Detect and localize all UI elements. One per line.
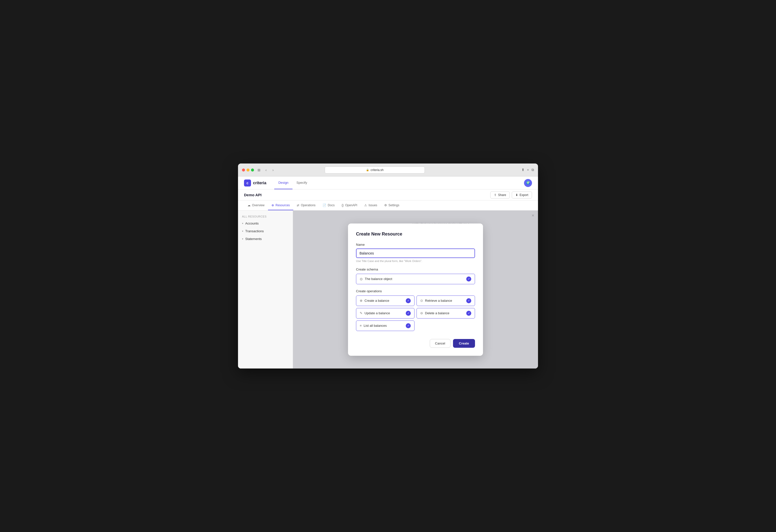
modal-footer: Cancel Create: [356, 339, 475, 348]
tab-issues[interactable]: ⚠ Issues: [361, 200, 381, 210]
tab-design[interactable]: Design: [274, 177, 292, 189]
update-op-icon: ✎: [360, 311, 363, 315]
delete-op-icon: ⊖: [420, 311, 423, 315]
logo-area: c criteria: [244, 179, 266, 186]
retrieve-op-check: ✓: [466, 298, 471, 303]
nav-right: 🌍: [524, 179, 532, 187]
op-list[interactable]: ≡ List all balances ✓: [356, 321, 414, 331]
schema-icon: ⊙: [360, 277, 363, 281]
traffic-lights: [242, 169, 254, 172]
app-content: c criteria Design Specify 🌍 Demo API ⇧: [238, 177, 538, 368]
schema-option[interactable]: ⊙ The balance object ✓: [356, 274, 475, 284]
tab-openapi[interactable]: {} OpenAPI: [338, 200, 361, 210]
tabs-icon[interactable]: ⧉: [532, 168, 534, 172]
list-op-label: List all balances: [364, 324, 387, 328]
top-nav: c criteria Design Specify 🌍: [238, 177, 538, 189]
lock-icon: 🔒: [366, 169, 369, 171]
op-retrieve[interactable]: ⊙ Retrieve a balance ✓: [416, 296, 475, 306]
maximize-button[interactable]: [251, 169, 254, 172]
minimize-button[interactable]: [246, 169, 249, 172]
page-title: Demo API: [244, 193, 261, 197]
update-op-check: ✓: [406, 311, 411, 316]
browser-chrome: ⊞ ‹ › 🔒 criteria.sh ⬆ + ⧉: [238, 164, 538, 177]
create-op-icon: ⊕: [360, 299, 363, 303]
schema-option-label: The balance object: [365, 277, 392, 281]
tab-operations[interactable]: ⇄ Operations: [293, 200, 319, 210]
sidebar-item-accounts[interactable]: ▾ Accounts: [238, 219, 293, 227]
close-button[interactable]: [242, 169, 245, 172]
share-button[interactable]: ⇧ Share: [490, 191, 510, 198]
openapi-icon: {}: [342, 203, 344, 207]
retrieve-op-icon: ⊙: [420, 299, 423, 303]
main-layout: All resources ▾ Accounts ▾ Transactions …: [238, 210, 538, 368]
docs-icon: 📄: [323, 203, 326, 207]
cancel-button[interactable]: Cancel: [430, 339, 450, 348]
chevron-down-icon: ▾: [242, 222, 243, 225]
schema-check-badge: ✓: [466, 277, 471, 282]
resources-icon: ⊕: [271, 203, 274, 207]
logo-icon: c: [244, 179, 251, 186]
list-op-icon: ≡: [360, 324, 362, 328]
back-button[interactable]: ‹: [264, 168, 268, 172]
create-op-label: Create a balance: [365, 299, 389, 303]
chevron-down-icon: ▾: [242, 237, 243, 240]
export-icon: ⬇: [516, 193, 518, 197]
retrieve-op-label: Retrieve a balance: [425, 299, 452, 303]
tab-settings[interactable]: ⚙ Settings: [381, 200, 403, 210]
modal-overlay: Create New Resource Name Use Title Case …: [293, 210, 538, 368]
operations-icon: ⇄: [297, 203, 299, 207]
create-button[interactable]: Create: [453, 339, 475, 348]
update-op-label: Update a balance: [365, 311, 390, 315]
sub-header: Demo API ⇧ Share ⬇ Export: [238, 189, 538, 200]
sidebar-item-statements[interactable]: ▾ Statements: [238, 235, 293, 243]
sidebar-item-transactions[interactable]: ▾ Transactions: [238, 227, 293, 235]
nav-tabs: Design Specify: [274, 177, 311, 189]
content-area: ✕ entity that your business deals with a…: [293, 210, 538, 368]
name-label: Name: [356, 243, 475, 246]
avatar: 🌍: [524, 179, 532, 187]
tab-docs[interactable]: 📄 Docs: [319, 200, 338, 210]
create-resource-modal: Create New Resource Name Use Title Case …: [348, 223, 483, 356]
modal-title: Create New Resource: [356, 231, 475, 237]
browser-window: ⊞ ‹ › 🔒 criteria.sh ⬆ + ⧉ c criteria Des…: [238, 164, 538, 368]
operations-section-label: Create operations: [356, 289, 475, 293]
schema-section-label: Create schema: [356, 268, 475, 271]
op-update[interactable]: ✎ Update a balance ✓: [356, 308, 414, 319]
op-delete[interactable]: ⊖ Delete a balance ✓: [416, 308, 475, 319]
tab-resources[interactable]: ⊕ Resources: [268, 200, 293, 210]
logo-text: criteria: [253, 181, 266, 185]
list-op-check: ✓: [406, 323, 411, 328]
delete-op-label: Delete a balance: [425, 311, 449, 315]
forward-button[interactable]: ›: [271, 168, 275, 172]
chevron-down-icon: ▾: [242, 230, 243, 232]
export-button[interactable]: ⬇ Export: [512, 191, 532, 198]
browser-actions: ⬆ + ⧉: [522, 168, 534, 172]
share-icon: ⇧: [494, 193, 497, 197]
address-bar[interactable]: 🔒 criteria.sh: [325, 167, 425, 174]
delete-op-check: ✓: [466, 311, 471, 316]
cloud-icon: ☁: [247, 203, 250, 207]
operations-grid: ⊕ Create a balance ✓ ⊙ Retrieve a balanc…: [356, 296, 475, 331]
url-text: criteria.sh: [371, 168, 384, 172]
settings-icon: ⚙: [384, 203, 387, 207]
name-input[interactable]: [356, 248, 475, 258]
create-op-check: ✓: [406, 298, 411, 303]
sidebar-toggle-button[interactable]: ⊞: [257, 168, 261, 172]
sidebar: All resources ▾ Accounts ▾ Transactions …: [238, 210, 293, 368]
op-create[interactable]: ⊕ Create a balance ✓: [356, 296, 414, 306]
issues-icon: ⚠: [364, 203, 367, 207]
tab-overview[interactable]: ☁ Overview: [244, 200, 268, 210]
share-icon[interactable]: ⬆: [522, 168, 525, 172]
sidebar-section: All resources ▾ Accounts ▾ Transactions …: [238, 213, 293, 243]
resources-nav: ☁ Overview ⊕ Resources ⇄ Operations 📄 Do…: [238, 200, 538, 210]
header-actions: ⇧ Share ⬇ Export: [490, 191, 532, 198]
all-resources-label: All resources: [238, 213, 293, 219]
tab-specify[interactable]: Specify: [293, 177, 311, 189]
name-hint: Use Title Case and the plural form, like…: [356, 259, 475, 262]
new-tab-icon[interactable]: +: [527, 168, 529, 172]
